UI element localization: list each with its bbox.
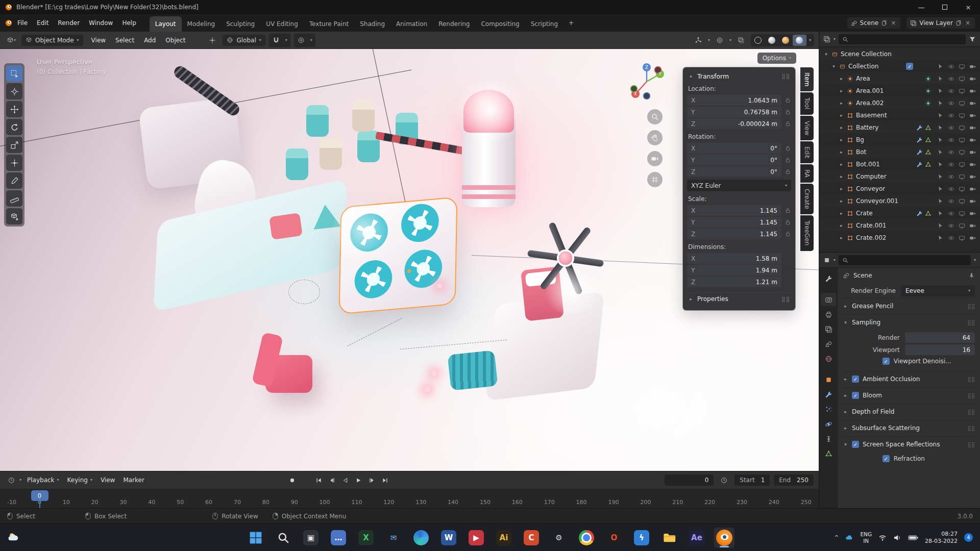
selectable-toggle[interactable] xyxy=(937,124,944,131)
gizmo-y-label[interactable]: Y xyxy=(658,71,662,77)
lock-icon[interactable] xyxy=(785,120,791,127)
maximize-button[interactable] xyxy=(933,0,957,14)
properties-filter-icon[interactable]: ▾ xyxy=(974,258,976,262)
viewport-menu-item[interactable]: Object xyxy=(161,34,190,46)
disclosure-arrow[interactable]: ▸ xyxy=(839,113,844,118)
drag-grip-icon[interactable]: ⣿⣿ xyxy=(781,73,790,79)
disclosure-arrow[interactable]: ▸ xyxy=(839,235,844,240)
taskbar-creative[interactable]: C xyxy=(521,528,542,548)
disable-viewport-toggle[interactable] xyxy=(959,222,965,229)
selectable-toggle[interactable] xyxy=(937,63,944,70)
rotation-field[interactable]: X 0° xyxy=(687,143,781,154)
disable-render-toggle[interactable] xyxy=(969,88,976,94)
drag-grip-icon[interactable]: ⣿⣿ xyxy=(967,393,975,398)
lock-icon[interactable] xyxy=(785,231,791,237)
taskbar-mail[interactable]: ✉ xyxy=(383,528,404,548)
taskbar-search[interactable] xyxy=(273,528,293,548)
shading-rendered-button[interactable] xyxy=(793,35,806,46)
properties-tab-view-layer[interactable] xyxy=(821,322,836,336)
section-checkbox[interactable] xyxy=(852,441,859,448)
location-field[interactable]: Z -0.000024 m xyxy=(687,118,781,129)
onedrive-icon[interactable] xyxy=(845,534,853,542)
tool-button[interactable] xyxy=(6,155,22,171)
refraction-checkbox[interactable] xyxy=(883,455,890,462)
viewport-menu-item[interactable]: Add xyxy=(139,34,160,46)
sampling-viewport-field[interactable]: 16 xyxy=(905,344,975,355)
properties-tab-physics[interactable] xyxy=(821,417,836,431)
selectable-toggle[interactable] xyxy=(937,137,944,143)
orientation-dropdown[interactable]: Global ▾ xyxy=(223,35,265,46)
disable-viewport-toggle[interactable] xyxy=(959,112,965,119)
disable-viewport-toggle[interactable] xyxy=(959,100,965,107)
properties-tab-output[interactable] xyxy=(821,308,836,321)
selectable-toggle[interactable] xyxy=(937,88,944,94)
scale-field[interactable]: Z 1.145 xyxy=(687,229,781,239)
outliner-scene-collection[interactable]: ▾ Scene Collection xyxy=(819,48,980,60)
options-dropdown[interactable]: Options▾ xyxy=(757,53,796,64)
taskbar-file-explorer[interactable] xyxy=(659,528,679,548)
hide-viewport-toggle[interactable] xyxy=(948,63,954,70)
weather-widget[interactable] xyxy=(7,531,20,544)
disable-viewport-toggle[interactable] xyxy=(959,186,965,192)
disable-render-toggle[interactable] xyxy=(969,100,976,107)
tool-button[interactable] xyxy=(6,119,22,135)
rotation-mode-dropdown[interactable]: XYZ Euler▾ xyxy=(687,180,791,191)
properties-tab-world[interactable] xyxy=(821,352,836,365)
outliner-item-conveyor[interactable]: ▸ Conveyor xyxy=(819,183,980,195)
auto-keying-button[interactable] xyxy=(286,474,299,486)
show-gizmo-button[interactable] xyxy=(692,34,705,46)
pan-hand-button[interactable] xyxy=(647,130,663,145)
disable-render-toggle[interactable] xyxy=(969,161,976,168)
disclosure-arrow[interactable]: ▸ xyxy=(839,211,844,216)
play-reverse-button[interactable] xyxy=(339,474,352,486)
menubar-item[interactable]: Help xyxy=(117,17,140,29)
dimension-field[interactable]: Z 1.21 m xyxy=(687,277,781,287)
selectable-toggle[interactable] xyxy=(937,210,944,217)
taskbar-chrome[interactable] xyxy=(576,528,597,548)
disclosure-arrow[interactable]: ▸ xyxy=(839,149,844,155)
disable-render-toggle[interactable] xyxy=(969,76,976,82)
sidebar-tab[interactable]: View xyxy=(800,116,814,140)
disable-render-toggle[interactable] xyxy=(969,235,976,241)
drag-grip-icon[interactable]: ⣿⣿ xyxy=(967,409,975,415)
outliner-item-area.002[interactable]: ▸ Area.002 xyxy=(819,97,980,109)
properties-panel-header[interactable]: ▸ Properties ⣿⣿ xyxy=(687,292,791,305)
wifi-icon[interactable] xyxy=(878,534,887,542)
workspace-tab[interactable]: Rendering xyxy=(433,16,475,32)
timeline-menu-item[interactable]: Keying ▾ xyxy=(63,474,96,486)
tool-button[interactable] xyxy=(6,208,22,224)
tool-button[interactable] xyxy=(6,101,22,117)
properties-tab-object[interactable] xyxy=(821,373,836,386)
properties-tab-render[interactable] xyxy=(821,293,836,306)
menubar-item[interactable]: Render xyxy=(53,17,84,29)
tool-button[interactable] xyxy=(6,190,22,207)
hide-viewport-toggle[interactable] xyxy=(948,161,954,168)
shading-wireframe-button[interactable] xyxy=(751,35,765,46)
hide-viewport-toggle[interactable] xyxy=(948,100,954,107)
sidebar-tab[interactable]: Tool xyxy=(800,92,814,114)
hide-viewport-toggle[interactable] xyxy=(948,173,954,180)
taskbar-task-view[interactable]: ▣ xyxy=(301,528,321,548)
view-layer-selector[interactable]: View Layer × xyxy=(906,17,975,29)
disclosure-arrow[interactable]: ▸ xyxy=(839,137,844,142)
taskbar-downloader[interactable]: ϟ xyxy=(631,528,652,548)
disable-viewport-toggle[interactable] xyxy=(959,124,965,131)
viewport-denoising-checkbox[interactable] xyxy=(883,358,890,365)
disable-viewport-toggle[interactable] xyxy=(959,63,965,70)
outliner-item-bot.001[interactable]: ▸ Bot.001 xyxy=(819,158,980,170)
remove-view-layer-button[interactable]: × xyxy=(964,19,971,27)
disclosure-arrow[interactable]: ▸ xyxy=(839,198,844,204)
location-field[interactable]: X 1.0643 m xyxy=(687,95,781,106)
section-header[interactable]: ▸ Depth of Field ⣿⣿ xyxy=(843,405,975,418)
disable-render-toggle[interactable] xyxy=(969,149,976,156)
sampling-render-field[interactable]: 64 xyxy=(905,332,975,343)
hide-viewport-toggle[interactable] xyxy=(948,210,954,217)
clock-widget[interactable]: 08:27 28-03-2022 xyxy=(925,531,958,545)
disable-render-toggle[interactable] xyxy=(969,210,976,217)
timeline-editor-type-button[interactable] xyxy=(5,474,18,486)
hidden-icons-chevron[interactable]: ^ xyxy=(834,534,839,541)
gizmo-x-label[interactable]: X xyxy=(634,91,637,96)
outliner-collection[interactable]: ▾ Collection xyxy=(819,60,980,72)
disclosure-arrow[interactable]: ▸ xyxy=(839,125,844,130)
disable-viewport-toggle[interactable] xyxy=(959,210,965,217)
